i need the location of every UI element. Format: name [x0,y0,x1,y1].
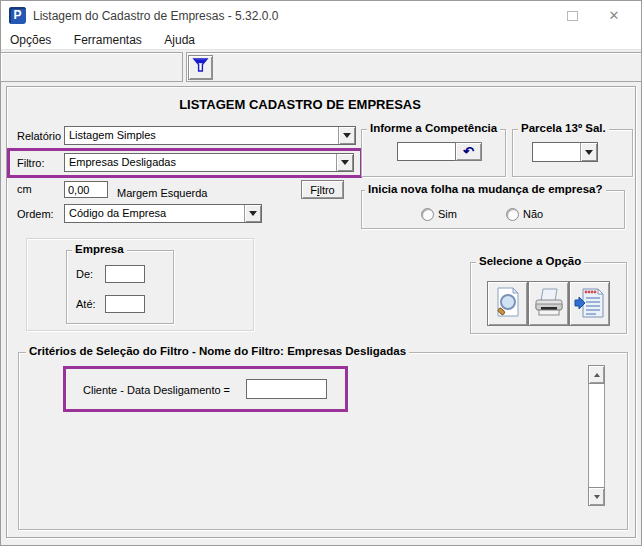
close-icon[interactable]: ✕ [601,6,627,26]
nova-folha-group: Inicia nova folha na mudança de empresa?… [361,190,625,229]
app-window: P Listagem do Cadastro de Empresas - 5.3… [0,0,642,546]
scroll-up-icon[interactable] [588,365,605,384]
export-button[interactable] [569,281,610,326]
print-preview-icon [493,286,523,322]
radio-sim-label: Sim [438,208,457,220]
empresa-ate-input[interactable] [105,295,145,313]
window-title: Listagem do Cadastro de Empresas - 5.32.… [33,9,278,23]
toolbar-right-panel [186,52,642,82]
empresa-de-label: De: [76,268,93,280]
scroll-down-icon[interactable] [588,487,605,506]
chevron-down-icon[interactable] [338,127,355,144]
empresa-group: Empresa De: Até: [66,250,174,324]
form-heading: LISTAGEM CADASTRO DE EMPRESAS [60,97,540,112]
funnel-icon [192,57,209,78]
filtro-button-text: F [310,184,317,196]
ordem-combobox[interactable]: Código da Empresa [64,204,262,223]
relatorio-value: Listagem Simples [65,127,338,144]
radio-sim[interactable] [421,208,434,221]
relatorio-combobox[interactable]: Listagem Simples [64,126,356,145]
ordem-label: Ordem: [17,208,54,220]
competencia-title: Informe a Competência [367,122,500,134]
empresa-ate-label: Até: [76,298,96,310]
title-bar: P Listagem do Cadastro de Empresas - 5.3… [1,1,641,30]
filter-toolbar-button[interactable] [188,55,213,80]
nova-folha-title: Inicia nova folha na mudança de empresa? [365,183,606,195]
menu-opcoes[interactable]: Opções [1,30,60,47]
margem-input[interactable] [64,181,108,198]
competencia-input[interactable] [397,142,459,161]
menu-bar: Opções Ferramentas Ajuda [1,30,641,50]
competencia-undo-button[interactable]: ↶ [455,142,482,161]
menu-ferramentas[interactable]: Ferramentas [65,30,151,47]
opcao-title: Selecione a Opção [476,255,584,267]
empresa-title: Empresa [72,243,127,255]
export-text-icon [574,286,606,322]
empresa-de-input[interactable] [105,265,145,283]
chevron-down-icon[interactable] [244,205,261,222]
relatorio-label: Relatório [17,130,61,142]
parcela-title: Parcela 13º Sal. [518,122,609,134]
radio-nao[interactable] [506,208,519,221]
maximize-icon[interactable] [567,11,578,21]
competencia-group: Informe a Competência ↶ [361,129,506,177]
printer-icon [533,287,565,321]
highlight-box-filtro [7,148,363,178]
scrollbar-track[interactable] [588,384,605,487]
highlight-box-cliente [63,366,348,412]
filtro-button[interactable]: Filtro [301,180,344,199]
margem-caption: Margem Esquerda [117,187,208,199]
print-button[interactable] [528,281,569,326]
chevron-down-icon[interactable] [580,143,597,161]
ordem-value: Código da Empresa [65,205,244,222]
radio-nao-label: Não [523,208,543,220]
filtro-button-text2: ltro [319,184,334,196]
criterios-scrollbar[interactable] [588,365,605,506]
app-logo-icon: P [9,7,26,24]
parcela-combobox[interactable] [532,142,598,162]
cm-label: cm [17,183,32,195]
criterios-title: Critérios de Seleção do Filtro - Nome do… [26,345,409,357]
opcao-group: Selecione a Opção [470,262,627,334]
toolbar-left-panel [0,52,183,82]
menu-ajuda[interactable]: Ajuda [155,30,204,47]
parcela-group: Parcela 13º Sal. [512,129,633,177]
undo-icon: ↶ [463,144,474,159]
print-preview-button[interactable] [487,281,528,326]
parcela-value [533,143,580,161]
